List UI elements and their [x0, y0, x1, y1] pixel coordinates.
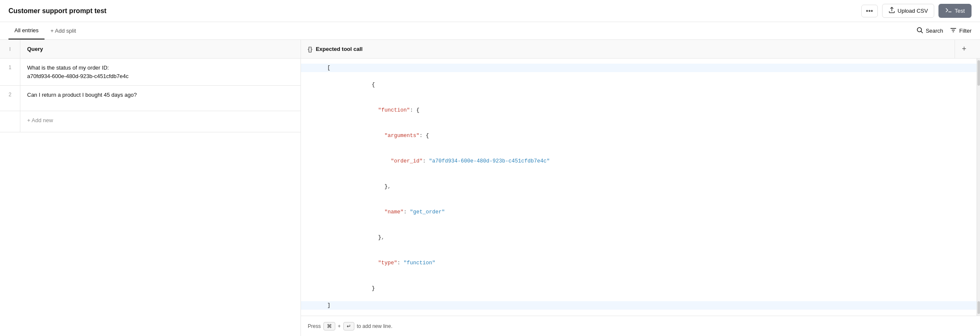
hint-label: to add new line. [357, 323, 393, 329]
scrollbar-thumb-top[interactable] [977, 60, 980, 86]
line-number-9 [308, 250, 320, 251]
editor-line-5: "order_id": "a70fd934-600e-480d-923b-c45… [301, 148, 980, 174]
table-area: I Query 1 What is the status of my order… [0, 40, 980, 336]
line-number-1 [308, 64, 320, 64]
line-content-4: "arguments": { [327, 123, 973, 148]
upload-icon [888, 7, 895, 15]
line-content-8: }, [327, 225, 973, 250]
line-number-3 [308, 98, 320, 98]
app-header: Customer support prompt test ••• Upload … [0, 0, 980, 22]
right-panel: {} Expected tool call + [ { [301, 40, 980, 336]
editor-line-1: [ [301, 64, 980, 72]
tabs-bar: All entries + Add split Search Filter [0, 22, 980, 40]
table-row[interactable]: 2 Can I return a product I bought 45 day… [0, 86, 301, 111]
more-options-button[interactable]: ••• [861, 5, 878, 17]
row-query-2[interactable]: Can I return a product I bought 45 days … [20, 86, 301, 111]
expected-tool-call-label-cell: {} Expected tool call [308, 46, 955, 53]
line-content-2: { [327, 72, 973, 98]
row-num-header: I [0, 40, 20, 58]
plus-label: + [338, 323, 341, 329]
expected-tool-call-header: {} Expected tool call + [301, 40, 980, 59]
cursor-icon: I [9, 46, 11, 52]
row-query-1[interactable]: What is the status of my order ID:a70fd9… [20, 59, 301, 85]
line-number-4 [308, 123, 320, 123]
expected-tool-call-label: Expected tool call [316, 46, 363, 52]
svg-line-2 [921, 31, 923, 33]
search-icon [916, 27, 923, 35]
json-icon: {} [308, 46, 312, 53]
query-col-label-cell: Query [20, 40, 301, 58]
line-content-1: [ [327, 64, 973, 72]
json-editor[interactable]: [ { "function": { [301, 59, 980, 316]
add-column-icon: + [962, 45, 966, 53]
search-button[interactable]: Search [916, 27, 943, 35]
add-new-row[interactable]: + Add new [0, 111, 301, 132]
add-new-cell[interactable]: + Add new [20, 111, 301, 132]
row-number-2: 2 [0, 86, 20, 111]
line-content-10: } [327, 276, 973, 301]
table-row[interactable]: 1 What is the status of my order ID:a70f… [0, 59, 301, 86]
editor-line-10: } [301, 276, 980, 301]
test-icon [945, 7, 952, 15]
enter-key-badge: ↵ [343, 322, 354, 330]
editor-scrollbar[interactable] [977, 59, 980, 316]
filter-button[interactable]: Filter [950, 27, 972, 35]
editor-line-6: }, [301, 174, 980, 199]
line-number-2 [308, 72, 320, 73]
tab-add-split[interactable]: + Add split [45, 22, 82, 39]
editor-line-4: "arguments": { [301, 123, 980, 148]
line-content-5: "order_id": "a70fd934-600e-480d-923b-c45… [327, 148, 973, 174]
scrollbar-thumb-bottom[interactable] [977, 301, 980, 314]
line-number-8 [308, 225, 320, 225]
left-panel: I Query 1 What is the status of my order… [0, 40, 301, 336]
line-content-9: "type": "function" [327, 250, 973, 276]
line-number-11 [308, 301, 320, 302]
header-actions: ••• Upload CSV Test [861, 4, 972, 18]
editor-line-2: { [301, 72, 980, 98]
tab-all-entries-label: All entries [14, 27, 39, 34]
add-column-button[interactable]: + [955, 40, 973, 58]
add-new-label: + Add new [27, 117, 53, 123]
filter-icon [950, 27, 957, 35]
editor-line-8: }, [301, 225, 980, 250]
search-label: Search [926, 28, 943, 34]
editor-line-7: "name": "get_order" [301, 199, 980, 225]
upload-csv-button[interactable]: Upload CSV [882, 4, 935, 18]
row-number-1: 1 [0, 59, 20, 85]
add-row-num-spacer [0, 111, 20, 132]
tab-all-entries[interactable]: All entries [8, 22, 45, 39]
line-content-7: "name": "get_order" [327, 199, 973, 225]
page-title: Customer support prompt test [8, 7, 856, 15]
upload-csv-label: Upload CSV [898, 8, 928, 14]
test-button[interactable]: Test [938, 4, 972, 18]
line-number-6 [308, 174, 320, 174]
line-content-11: ] [327, 301, 973, 310]
press-label: Press [308, 323, 321, 329]
editor-line-9: "type": "function" [301, 250, 980, 276]
editor-content: [ { "function": { [301, 59, 980, 316]
line-number-10 [308, 276, 320, 276]
line-content-3: "function": { [327, 98, 973, 123]
editor-line-3: "function": { [301, 98, 980, 123]
test-label: Test [955, 8, 965, 14]
tabs-search-filter: Search Filter [916, 27, 972, 35]
tab-add-split-label: + Add split [50, 28, 76, 34]
line-number-7 [308, 199, 320, 200]
line-number-5 [308, 148, 320, 149]
editor-footer: Press ⌘ + ↵ to add new line. [301, 316, 980, 336]
line-content-6: }, [327, 174, 973, 199]
query-table-body: 1 What is the status of my order ID:a70f… [0, 59, 301, 336]
cmd-key-badge: ⌘ [323, 322, 335, 330]
query-column-header: I Query [0, 40, 301, 59]
editor-line-11: ] [301, 301, 980, 310]
filter-label: Filter [959, 28, 972, 34]
query-col-label: Query [27, 46, 43, 52]
